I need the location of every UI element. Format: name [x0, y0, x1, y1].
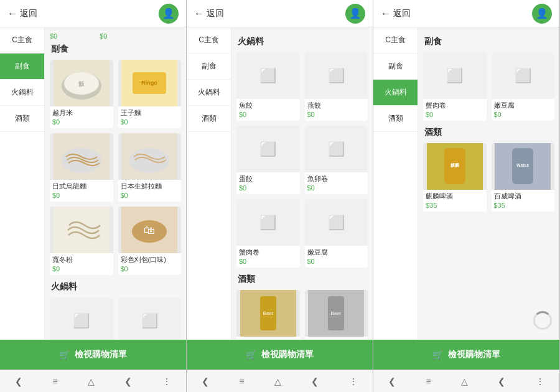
- nav-icon-2[interactable]: △: [274, 376, 281, 386]
- product-name: 寬冬粉: [50, 253, 113, 264]
- top-bar: ←返回👤: [0, 0, 186, 27]
- product-name: 日本生鮮拉麵: [118, 180, 182, 191]
- back-arrow-icon: ←: [194, 8, 204, 19]
- main-content: C主食副食火鍋料酒類火鍋料⬜魚餃$0⬜燕餃$0⬜蛋餃$0⬜魚卵卷$0⬜蟹肉卷$0…: [187, 27, 373, 340]
- product-name: 王子麵: [118, 106, 182, 118]
- nav-icon-4[interactable]: ⋮: [536, 376, 544, 386]
- nav-bar: ❮≡△❮⋮: [187, 370, 373, 392]
- nav-icon-1[interactable]: ≡: [53, 376, 58, 386]
- back-button[interactable]: ←返回: [381, 8, 411, 19]
- product-card[interactable]: ⬜燕餃$0: [305, 52, 368, 121]
- product-image: [118, 133, 182, 180]
- user-avatar[interactable]: 👤: [159, 4, 179, 24]
- nav-icon-2[interactable]: △: [88, 376, 95, 386]
- sidebar-item-3[interactable]: 酒類: [187, 106, 231, 132]
- product-card[interactable]: Beer: [305, 290, 368, 340]
- product-price: $0: [305, 184, 368, 194]
- back-button[interactable]: ←返回: [194, 8, 224, 19]
- category-sidebar: C主食副食火鍋料酒類: [0, 27, 45, 340]
- product-name: 蟹肉卷: [423, 99, 487, 110]
- product-grid-0: 飯越月米$0Ringo王子麵$0日式烏龍麵$0日本生鮮拉麵$0寬冬粉$0🛍彩色刈…: [50, 60, 181, 275]
- checkout-bar[interactable]: 🛒檢視購物清單: [187, 340, 373, 370]
- product-card[interactable]: 日本生鮮拉麵$0: [118, 133, 182, 202]
- sidebar-item-2[interactable]: 火鍋料: [187, 80, 231, 106]
- product-image-placeholder: ⬜: [305, 52, 368, 99]
- product-price: $0: [305, 257, 368, 268]
- sidebar-item-3[interactable]: 酒類: [0, 106, 44, 132]
- product-card[interactable]: 🛍彩色刈包(口味)$0: [118, 207, 182, 275]
- product-image: [50, 207, 113, 253]
- product-card[interactable]: ⬜蛋餃$0: [236, 126, 300, 194]
- category-sidebar: C主食副食火鍋料酒類: [373, 27, 418, 340]
- nav-icon-1[interactable]: ≡: [426, 376, 431, 386]
- product-image: Beer: [236, 290, 300, 337]
- sidebar-item-1[interactable]: 副食: [0, 54, 44, 80]
- nav-icon-3[interactable]: ❮: [498, 376, 505, 386]
- product-image-placeholder: ⬜: [423, 52, 487, 99]
- nav-icon-2[interactable]: △: [461, 376, 468, 386]
- nav-icon-4[interactable]: ⋮: [162, 376, 171, 386]
- section-title-0: 副食: [50, 44, 181, 55]
- product-price: $35: [423, 201, 487, 212]
- product-card[interactable]: ⬜蟹肉卷$0: [423, 52, 487, 121]
- product-card[interactable]: Beer: [236, 290, 300, 340]
- product-card[interactable]: Weiss百威啤酒$35: [492, 143, 555, 212]
- back-button[interactable]: ←返回: [7, 8, 37, 19]
- svg-text:Beer: Beer: [331, 310, 342, 316]
- nav-icon-4[interactable]: ⋮: [349, 376, 358, 386]
- nav-icon-0[interactable]: ❮: [15, 376, 22, 386]
- product-card[interactable]: 麒麟麒麟啤酒$35: [423, 143, 487, 212]
- section-title-0: 副食: [423, 36, 554, 47]
- product-card[interactable]: 飯越月米$0: [50, 60, 113, 128]
- product-image-placeholder: ⬜: [118, 297, 182, 340]
- back-arrow-icon: ←: [7, 8, 17, 19]
- product-name: 蛋餃: [236, 172, 300, 184]
- product-card[interactable]: ⬜嫩豆腐$0: [305, 199, 368, 268]
- checkout-bar[interactable]: 🛒檢視購物清單: [373, 340, 559, 370]
- nav-icon-0[interactable]: ❮: [388, 376, 396, 386]
- sidebar-item-1[interactable]: 副食: [373, 54, 418, 80]
- product-card[interactable]: ⬜: [50, 297, 113, 340]
- nav-icon-3[interactable]: ❮: [124, 376, 132, 386]
- section-title-0: 火鍋料: [236, 36, 368, 47]
- product-card[interactable]: 日式烏龍麵$0: [50, 133, 113, 202]
- back-label: 返回: [20, 8, 37, 19]
- product-card[interactable]: Ringo王子麵$0: [118, 60, 182, 128]
- product-price: $0: [236, 257, 300, 268]
- product-card[interactable]: ⬜蟹肉卷$0: [236, 199, 300, 268]
- product-price: $0: [50, 191, 113, 202]
- product-image-placeholder: ⬜: [305, 126, 368, 172]
- sidebar-item-0[interactable]: C主食: [373, 27, 418, 54]
- nav-icon-1[interactable]: ≡: [240, 376, 245, 386]
- sidebar-item-0[interactable]: C主食: [0, 27, 44, 54]
- sidebar-item-0[interactable]: C主食: [187, 27, 231, 54]
- nav-icon-0[interactable]: ❮: [202, 376, 209, 386]
- product-price: $0: [423, 110, 487, 121]
- sidebar-item-3[interactable]: 酒類: [373, 106, 418, 132]
- user-avatar[interactable]: 👤: [532, 4, 552, 24]
- cart-icon: 🛒: [246, 350, 256, 360]
- product-card[interactable]: ⬜魚餃$0: [236, 52, 300, 121]
- nav-icon-3[interactable]: ❮: [311, 376, 319, 386]
- sidebar-item-2[interactable]: 火鍋料: [373, 80, 418, 106]
- sidebar-item-1[interactable]: 副食: [187, 54, 231, 80]
- svg-text:Ringo: Ringo: [142, 80, 158, 86]
- user-avatar[interactable]: 👤: [345, 4, 365, 24]
- checkout-label: 檢視購物清單: [75, 349, 127, 360]
- price-row-top: $0$0: [50, 32, 181, 40]
- checkout-bar[interactable]: 🛒檢視購物清單: [0, 340, 186, 370]
- category-sidebar: C主食副食火鍋料酒類: [187, 27, 231, 340]
- product-name: 燕餃: [305, 99, 368, 110]
- product-grid-0: ⬜魚餃$0⬜燕餃$0⬜蛋餃$0⬜魚卵卷$0⬜蟹肉卷$0⬜嫩豆腐$0: [236, 52, 368, 268]
- product-image: Beer: [305, 290, 368, 337]
- product-card[interactable]: 寬冬粉$0: [50, 207, 113, 275]
- product-name: 魚卵卷: [305, 172, 368, 184]
- sidebar-item-2[interactable]: 火鍋料: [0, 80, 44, 106]
- product-price: $0: [492, 110, 555, 121]
- top-bar: ←返回👤: [373, 0, 559, 27]
- product-card[interactable]: ⬜: [118, 297, 182, 340]
- product-card[interactable]: ⬜嫩豆腐$0: [492, 52, 555, 121]
- product-area: $0$0副食飯越月米$0Ringo王子麵$0日式烏龍麵$0日本生鮮拉麵$0寬冬粉…: [45, 27, 186, 340]
- product-card[interactable]: ⬜魚卵卷$0: [305, 126, 368, 194]
- product-price: $0: [50, 118, 113, 128]
